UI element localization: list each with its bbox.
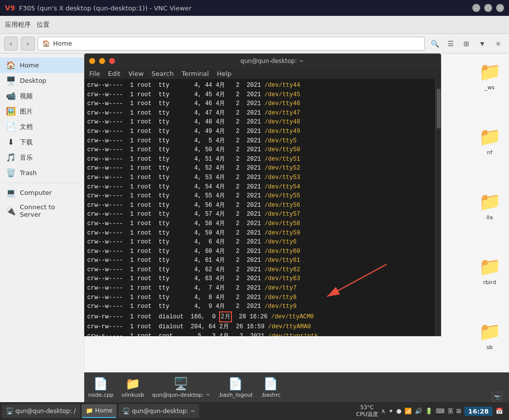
bottom-file-bash-logout[interactable]: 📄 .bash_logout: [218, 377, 253, 398]
term-menu-edit[interactable]: Edit: [108, 70, 120, 77]
sidebar-item-connect[interactable]: 🔌 Connect to Server: [0, 200, 84, 221]
term-close-button[interactable]: [109, 58, 115, 64]
file-label-lla: lla: [487, 214, 493, 221]
tray-battery-icon: 🔋: [425, 408, 433, 415]
term-line: crw--w---- 1 root tty 4, 58 4月 2 2021 /d…: [87, 219, 438, 229]
sidebar: 🏠 Home 🖥️ Desktop 📹 视频 🖼️ 图片 📄 文档 ⬇️ 下载 …: [0, 54, 84, 402]
terminal-menu: File Edit View Search Terminal Help: [84, 68, 441, 79]
term-line: crw--w---- 1 root tty 4, 55 4月 2 2021 /d…: [87, 191, 438, 201]
sidebar-item-computer[interactable]: 💻 Computer: [0, 185, 84, 200]
desktop-sidebar-icon: 🖥️: [6, 76, 16, 85]
screenshot-icon: 📷: [494, 394, 500, 400]
main-area: 🏠 Home 🖥️ Desktop 📹 视频 🖼️ 图片 📄 文档 ⬇️ 下载 …: [0, 54, 509, 402]
taskbar-item-home[interactable]: 📁 Home: [82, 404, 116, 418]
tray-wifi-icon: 📶: [404, 408, 412, 415]
sidebar-label-music: 音乐: [20, 153, 33, 162]
taskbar-item-file-manager-root[interactable]: 🖥️ qun@qun-desktop: /: [2, 404, 80, 418]
bottom-files-strip: 📄 node.cpp 📁 ulinkusb 🖥️ qun@qun-desktop…: [84, 372, 509, 402]
tray-volume-icon[interactable]: 🔊: [415, 408, 422, 415]
file-content-area: 📁 _ws 📁 nf 📁 lla 📁 rbird 📁 sb: [84, 54, 509, 402]
vnc-titlebar: V9 F305 (qun's X desktop (qun-desktop:1)…: [0, 0, 509, 16]
tray-network-icon: ●: [396, 408, 401, 415]
term-shade-button[interactable]: [99, 58, 105, 64]
terminal-scrollbar[interactable]: [435, 79, 441, 336]
maximize-button[interactable]: □: [484, 4, 492, 12]
term-line: crw--w---- 1 root tty 4, 9 4月 2 2021 /de…: [87, 302, 438, 311]
sidebar-separator: [4, 182, 80, 183]
sidebar-item-desktop[interactable]: 🖥️ Desktop: [0, 73, 84, 88]
file-label-sb: sb: [487, 344, 493, 351]
bottom-file-bashrc[interactable]: 📄 .bashrc: [261, 377, 281, 398]
bottom-file-ulinkusb[interactable]: 📁 ulinkusb: [121, 377, 144, 398]
tray-lang-icon[interactable]: 英: [448, 407, 453, 416]
term-menu-help[interactable]: Help: [217, 70, 231, 77]
location-bar[interactable]: 🏠 Home: [38, 37, 425, 51]
terminal-title: qun@qun-desktop: ~: [119, 58, 425, 64]
file-item-lla[interactable]: 📁 lla: [472, 188, 507, 224]
sidebar-item-pictures[interactable]: 🖼️ 图片: [0, 104, 84, 119]
close-button[interactable]: ✕: [496, 4, 504, 12]
term-line: crw--w---- 1 root tty 4, 53 4月 2 2021 /d…: [87, 173, 438, 182]
sort-button[interactable]: ▼: [475, 37, 489, 51]
term-line: crw--w---- 1 root tty 4, 49 4月 2 2021 /d…: [87, 127, 438, 136]
folder-icon-lla: 📁: [479, 191, 501, 212]
sidebar-item-videos[interactable]: 📹 视频: [0, 88, 84, 104]
sidebar-label-pictures: 图片: [20, 107, 33, 116]
taskbar-item-terminal[interactable]: 🖥️ qun@qun-desktop: ~: [118, 404, 199, 418]
grid-view-button[interactable]: ⊞: [459, 37, 473, 51]
file-label-terminal: qun@qun-desktop: ~: [152, 392, 210, 398]
term-line: crw-rw---- 1 root dialout 204, 64 2月 26 …: [87, 322, 438, 332]
term-highlighted-line: crw-rw---- 1 root dialout 166, 0 2月 28 1…: [87, 311, 438, 323]
file-icon-terminal: 🖥️: [173, 377, 188, 391]
connect-sidebar-icon: 🔌: [6, 206, 16, 216]
menu-location[interactable]: 位置: [37, 20, 50, 29]
terminal-body[interactable]: crw--w---- 1 root tty 4, 44 4月 2 2021 /d…: [84, 79, 441, 336]
home-icon: 🏠: [42, 40, 50, 47]
sidebar-item-music[interactable]: 🎵 音乐: [0, 150, 84, 165]
screenshot-indicator[interactable]: 📷: [492, 392, 502, 402]
sidebar-item-downloads[interactable]: ⬇️ 下载: [0, 134, 84, 150]
menu-items: 应用程序 位置: [5, 20, 50, 29]
back-button[interactable]: ‹: [4, 37, 18, 51]
filemgr-toolbar: ‹ › 🏠 Home 🔍 ☰ ⊞ ▼ ≡: [0, 34, 509, 54]
list-view-button[interactable]: ☰: [444, 37, 457, 51]
term-menu-terminal[interactable]: Terminal: [181, 70, 209, 77]
folder-icon-nf: 📁: [479, 126, 501, 147]
scrollbar-thumb[interactable]: [437, 89, 441, 128]
term-line: crw-s----- 1 root root 5, 3 4月 2 2021 /d…: [87, 332, 438, 336]
term-menu-search[interactable]: Search: [152, 70, 174, 77]
bottom-file-terminal[interactable]: 🖥️ qun@qun-desktop: ~: [152, 377, 210, 398]
term-menu-view[interactable]: View: [128, 70, 144, 77]
forward-button[interactable]: ›: [21, 37, 35, 51]
sidebar-item-home[interactable]: 🏠 Home: [0, 58, 84, 73]
term-line: crw--w---- 1 root tty 4, 5 4月 2 2021 /de…: [87, 136, 438, 146]
tray-calendar-icon: 📅: [496, 408, 503, 415]
sidebar-item-trash[interactable]: 🗑️ Trash: [0, 165, 84, 180]
pictures-sidebar-icon: 🖼️: [6, 107, 16, 116]
system-tray: 53°CCPU温度 ∧ ✦ ● 📶 🔊 🔋 ⌨ 英 ⊞ 16:28 📅: [352, 404, 508, 419]
downloads-sidebar-icon: ⬇️: [6, 137, 16, 147]
term-menu-file[interactable]: File: [89, 70, 100, 77]
tray-grid-icon[interactable]: ⊞: [456, 408, 461, 415]
term-line: crw--w---- 1 root tty 4, 7 4月 2 2021 /de…: [87, 284, 438, 293]
term-line: crw--w---- 1 root tty 4, 48 4月 2 2021 /d…: [87, 118, 438, 127]
file-item-rbird[interactable]: 📁 rbird: [472, 253, 507, 289]
sidebar-label-videos: 视频: [20, 92, 33, 101]
file-item-sb[interactable]: 📁 sb: [472, 318, 507, 354]
terminal-window: qun@qun-desktop: ~ File Edit View Search…: [84, 54, 441, 336]
clock-display[interactable]: 16:28: [464, 407, 493, 416]
file-item-nf[interactable]: 📁 nf: [472, 123, 507, 159]
term-line: crw--w---- 1 root tty 4, 60 4月 2 2021 /d…: [87, 247, 438, 256]
search-button[interactable]: 🔍: [428, 37, 442, 51]
file-item-ws[interactable]: 📁 _ws: [472, 59, 507, 94]
term-minimize-button[interactable]: [89, 58, 95, 64]
menu-apps[interactable]: 应用程序: [5, 20, 31, 29]
tray-arrow-up[interactable]: ∧: [381, 408, 386, 415]
minimize-button[interactable]: —: [472, 4, 480, 12]
term-line: crw--w---- 1 root tty 4, 61 4月 2 2021 /d…: [87, 256, 438, 265]
more-button[interactable]: ≡: [491, 37, 505, 51]
file-icon-ulinkusb: 📁: [125, 377, 140, 391]
bottom-file-node-cpp[interactable]: 📄 node.cpp: [88, 377, 113, 398]
sidebar-label-computer: Computer: [20, 189, 52, 196]
sidebar-item-documents[interactable]: 📄 文档: [0, 119, 84, 134]
